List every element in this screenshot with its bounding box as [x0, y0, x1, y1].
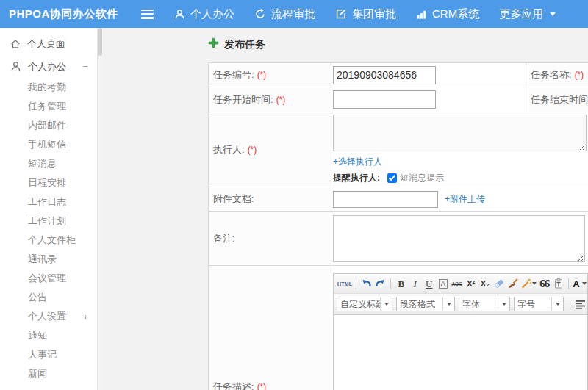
caret-down-icon [550, 12, 556, 16]
main-content: 发布任务 任务编号:(*) 任务名称:(*) 任务开始时间:(*) 任务结束时间… [103, 28, 588, 390]
description-label: 任务描述: [213, 381, 254, 390]
sidebar-item-short-message-label: 短消息 [28, 157, 57, 170]
undo-icon [361, 278, 372, 289]
sidebar-item-news[interactable]: 新闻 [0, 364, 97, 383]
caret-down-icon [502, 303, 506, 306]
strikethrough-button[interactable]: ABC [451, 276, 463, 291]
font-style-button[interactable]: A [437, 276, 449, 291]
nav-personal-office[interactable]: 个人办公 [174, 7, 234, 21]
sidebar-item-work-log[interactable]: 工作日志 [0, 192, 97, 212]
autoformat-button[interactable] [520, 276, 537, 291]
nav-crm-system-label: CRM系统 [432, 7, 479, 21]
superscript-button[interactable]: X² [465, 276, 477, 291]
sms-remind-label: 短消息提示 [400, 172, 444, 184]
sidebar-item-internal-mail[interactable]: 内部邮件 [0, 116, 97, 135]
form-row-attachment: 附件文档: +附件上传 [209, 187, 588, 212]
sidebar-item-mobile-sms-label: 手机短信 [28, 138, 66, 151]
superscript-button-label: X² [467, 280, 475, 288]
paragraph-format-select-value: 段落格式 [397, 298, 442, 311]
required-mark: (*) [257, 70, 267, 80]
paste-icon [553, 278, 564, 289]
paragraph-format-select[interactable]: 段落格式 [396, 297, 455, 311]
form-row-remark: 备注: [209, 212, 588, 266]
flow-icon [254, 8, 266, 20]
sidebar-item-personal-settings[interactable]: 个人设置+ [0, 307, 97, 326]
remark-textarea[interactable] [333, 215, 585, 262]
nav-workflow-approval[interactable]: 流程审批 [254, 7, 315, 21]
sidebar-item-personal-office[interactable]: 个人办公− [0, 55, 97, 78]
align-button-group [573, 297, 588, 311]
choose-executor-link[interactable]: +选择执行人 [333, 156, 382, 167]
font-size-select[interactable]: 字号 [514, 297, 564, 311]
toolbar-separator [356, 278, 356, 289]
source-button[interactable]: HTML [337, 276, 352, 291]
caret-down-icon [447, 303, 451, 306]
editor-content-area[interactable] [334, 315, 587, 390]
bold-button[interactable]: B [395, 276, 407, 291]
format-brush-button[interactable] [506, 276, 519, 291]
italic-button[interactable]: I [409, 276, 421, 291]
sidebar-scrollbar[interactable] [98, 28, 103, 390]
sidebar-item-personal-desktop[interactable]: 个人桌面 [0, 32, 97, 55]
sidebar-item-major-events-label: 大事记 [28, 348, 57, 361]
eraser-button[interactable] [492, 276, 505, 291]
editor-toolbar-row1: HTMLBIUAABCX²X₂66A [334, 274, 587, 294]
sidebar-item-task-management[interactable]: 任务管理 [0, 97, 97, 116]
sidebar-item-work-plan[interactable]: 工作计划 [0, 212, 97, 231]
nav-crm-system[interactable]: CRM系统 [416, 7, 479, 21]
sidebar-item-personal-file-cabinet-label: 个人文件柜 [28, 234, 76, 247]
paste-text-button[interactable] [552, 276, 564, 291]
custom-title-select[interactable]: 自定义标题 [337, 297, 392, 311]
form-row-task-number: 任务编号:(*) 任务名称:(*) [209, 63, 588, 87]
sidebar-item-announcement[interactable]: 公告 [0, 288, 97, 307]
font-family-select[interactable]: 字体 [459, 297, 510, 311]
nav-more-apps[interactable]: 更多应用 [499, 7, 556, 21]
toolbar-separator [568, 278, 569, 289]
sidebar-item-my-attendance[interactable]: 我的考勤 [0, 78, 97, 97]
sidebar-item-schedule[interactable]: 日程安排 [0, 173, 97, 192]
task-name-label: 任务名称: [531, 69, 572, 80]
sms-remind-checkbox[interactable] [387, 173, 397, 183]
subscript-button[interactable]: X₂ [478, 276, 491, 291]
sidebar-item-mobile-sms[interactable]: 手机短信 [0, 135, 97, 154]
nav-group-approval[interactable]: 集团审批 [335, 7, 396, 21]
font-color-button[interactable]: A [573, 276, 586, 291]
sidebar-item-contacts[interactable]: 通讯录 [0, 250, 97, 269]
caret-box [442, 297, 454, 311]
sidebar-item-short-message[interactable]: 短消息 [0, 154, 97, 173]
expand-icon[interactable]: + [82, 312, 88, 322]
sidebar-item-schedule-label: 日程安排 [28, 176, 66, 189]
italic-button-label: I [414, 279, 417, 289]
form-row-executor: 执行人:(*) +选择执行人 提醒执行人: 短消息提示 [209, 112, 588, 187]
attachment-upload-link[interactable]: +附件上传 [445, 193, 485, 206]
redo-button[interactable] [374, 276, 387, 291]
attachment-input[interactable] [333, 191, 438, 208]
required-mark: (*) [257, 382, 267, 390]
undo-button[interactable] [360, 276, 373, 291]
sidebar-item-meeting-management[interactable]: 会议管理 [0, 269, 97, 288]
sidebar-item-personal-file-cabinet[interactable]: 个人文件柜 [0, 231, 97, 250]
start-time-label: 任务开始时间: [213, 94, 273, 105]
start-time-input[interactable] [333, 90, 436, 109]
editor-toolbar-row2: 自定义标题段落格式字体字号 [334, 294, 587, 315]
sidebar-item-notification[interactable]: 通知 [0, 326, 97, 345]
blockquote-button[interactable]: 66 [538, 276, 551, 291]
caret-down-icon [582, 282, 587, 285]
sidebar-item-major-events[interactable]: 大事记 [0, 345, 97, 364]
align-left-button[interactable] [573, 297, 587, 311]
collapse-icon[interactable]: − [82, 62, 88, 71]
underline-button[interactable]: U [423, 276, 435, 291]
hamburger-menu-button[interactable] [141, 10, 154, 19]
required-mark: (*) [276, 95, 286, 105]
sidebar-item-internal-mail-label: 内部邮件 [28, 119, 66, 132]
top-header: PHPOA协同办公软件 个人办公流程审批集团审批CRM系统更多应用 [0, 0, 588, 28]
executor-textarea[interactable] [333, 115, 587, 151]
sidebar-scrollbar-thumb[interactable] [98, 28, 102, 56]
caret-down-icon [384, 303, 389, 306]
attachment-label: 附件文档: [213, 193, 254, 204]
task-number-input[interactable] [333, 66, 436, 84]
header-nav: 个人办公流程审批集团审批CRM系统更多应用 [174, 7, 556, 21]
font-color-button-label: A [573, 279, 579, 289]
caret-box [380, 297, 392, 311]
underline-button-label: U [426, 279, 432, 289]
